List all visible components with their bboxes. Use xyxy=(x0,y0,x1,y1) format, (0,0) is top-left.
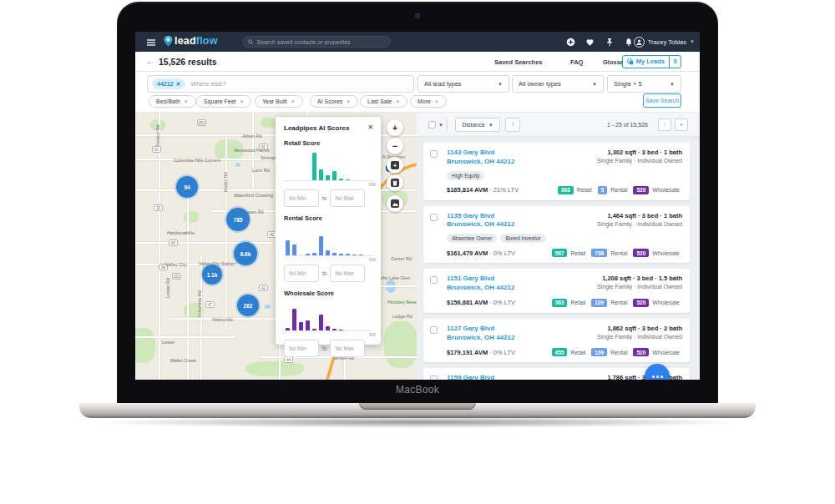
min-score-input[interactable] xyxy=(284,340,319,357)
logo-pin-icon xyxy=(164,36,173,47)
property-address-link[interactable]: 1159 Gary BlvdBrunswick, OH 44212 xyxy=(447,374,514,380)
histogram-bar xyxy=(306,254,310,255)
score-histogram: 999 xyxy=(284,226,372,256)
max-score-input[interactable] xyxy=(330,265,365,282)
map-zoom-out-button[interactable]: − xyxy=(387,138,403,154)
rental-score-badge: 109 xyxy=(591,348,607,356)
saved-searches-link[interactable]: Saved Searches xyxy=(494,58,543,66)
max-score-input[interactable] xyxy=(330,189,365,207)
global-search[interactable] xyxy=(242,36,391,48)
score-badges: 363Retail109Rental520Wholesale xyxy=(552,299,682,307)
my-leads-button[interactable]: My Leads 0 xyxy=(622,55,681,68)
where-else-input[interactable] xyxy=(190,80,409,88)
faq-link[interactable]: FAQ xyxy=(570,58,583,66)
map-cluster-marker[interactable]: 1.1k xyxy=(202,265,222,285)
property-card[interactable]: 1151 Gary BlvdBrunswick, OH 44212 1,208 … xyxy=(423,269,690,313)
sort-direction-button[interactable]: ↑ xyxy=(505,118,520,132)
map-place-label: Lester xyxy=(162,340,175,345)
map-place-label: Waterford Crossing xyxy=(234,193,273,198)
property-meta: Single Family · Individual Owned xyxy=(597,158,682,164)
score-range: to xyxy=(284,340,372,357)
route-shield: 33 xyxy=(154,204,163,211)
property-types-dropdown[interactable]: Single + 5▼ xyxy=(607,75,681,93)
leadflow-logo[interactable]: leadflow xyxy=(164,35,218,47)
back-arrow-icon[interactable]: ← xyxy=(146,57,154,66)
add-icon[interactable] xyxy=(566,38,575,47)
filter-pill-more[interactable]: More▼ xyxy=(410,95,447,108)
histogram-bar xyxy=(286,328,290,331)
filter-pill-ai-scores[interactable]: AI Scores▼ xyxy=(310,95,358,108)
trash-icon xyxy=(391,179,399,187)
map-place-label: Mallet Creek xyxy=(170,358,196,363)
route-shield: 44 xyxy=(284,356,293,363)
map-clear-drawing-button[interactable] xyxy=(387,174,403,191)
user-menu[interactable]: Tracey Tobias ▼ xyxy=(634,32,695,52)
property-address-link[interactable]: 1143 Gary BlvdBrunswick, OH 44212 xyxy=(447,149,514,167)
axis-max-label: 999 xyxy=(369,182,376,187)
property-checkbox[interactable] xyxy=(430,276,438,284)
property-checkbox[interactable] xyxy=(430,326,438,334)
select-all-control[interactable]: ▼ xyxy=(428,121,443,129)
property-address-link[interactable]: 1127 Gary BlvdBrunswick, OH 44212 xyxy=(447,325,514,343)
filter-pill-square-feet[interactable]: Square Feet▼ xyxy=(196,95,251,108)
min-score-input[interactable] xyxy=(284,265,319,282)
histogram-bar xyxy=(326,250,330,255)
property-address-link[interactable]: 1135 Gary BlvdBrunswick, OH 44212 xyxy=(447,212,514,230)
property-checkbox[interactable] xyxy=(430,214,438,221)
map-place-label: Center Rd xyxy=(391,256,412,261)
min-score-input[interactable] xyxy=(284,189,319,207)
page: MacBook leadflow xyxy=(0,0,835,504)
chip-remove-icon[interactable]: ✕ xyxy=(175,81,180,88)
search-input[interactable] xyxy=(257,39,385,45)
popup-sections: Retail Score 999 to Rental Score 999 to … xyxy=(284,139,372,357)
sort-by-dropdown[interactable]: Distance▼ xyxy=(455,118,500,132)
max-score-input[interactable] xyxy=(330,340,365,357)
select-all-checkbox[interactable] xyxy=(428,121,436,129)
close-icon[interactable]: ✕ xyxy=(367,123,373,131)
previous-page-button[interactable]: ‹ xyxy=(658,118,671,131)
lead-types-dropdown[interactable]: All lead types▼ xyxy=(418,75,509,93)
property-ltv: · 0% LTV xyxy=(488,249,515,257)
score-section: Rental Score 999 to xyxy=(284,214,372,282)
histogram-bar xyxy=(312,329,316,330)
chevron-down-icon: ▼ xyxy=(488,123,493,128)
pin-icon[interactable] xyxy=(605,38,614,47)
score-histogram: 999 xyxy=(284,151,372,181)
property-card[interactable]: 1135 Gary BlvdBrunswick, OH 44212 1,464 … xyxy=(423,206,690,264)
map-cluster-marker[interactable]: 6.6k xyxy=(234,242,257,265)
histogram-bar xyxy=(339,254,343,255)
map-place-label: Lunn Rd xyxy=(252,168,270,173)
location-chip[interactable]: 44212✕ xyxy=(152,78,185,89)
owner-types-dropdown[interactable]: All owner types▼ xyxy=(512,75,604,93)
location-search-field[interactable]: 44212✕ xyxy=(147,75,414,93)
filter-pill-bed-bath[interactable]: Bed/Bath▼ xyxy=(149,95,196,108)
map-zoom-in-button[interactable]: + xyxy=(387,119,403,136)
results-count: 15,526 results xyxy=(159,57,216,67)
property-checkbox[interactable] xyxy=(430,375,438,380)
score-histogram: 999 xyxy=(284,301,372,331)
property-card[interactable]: 1127 Gary BlvdBrunswick, OH 44212 1,862 … xyxy=(423,319,690,363)
map-cluster-marker[interactable]: 262 xyxy=(237,295,259,316)
map-cluster-marker[interactable]: 785 xyxy=(226,208,250,231)
rental-score-badge: 5 xyxy=(598,186,608,194)
property-card[interactable]: 1143 Gary BlvdBrunswick, OH 44212 1,302 … xyxy=(423,143,690,200)
property-address-link[interactable]: 1151 Gary BlvdBrunswick, OH 44212 xyxy=(447,275,514,293)
score-badges: 363Retail5Rental520Wholesale xyxy=(558,186,682,194)
route-shield: 61 xyxy=(152,146,161,153)
map-cluster-marker[interactable]: 94 xyxy=(176,176,198,198)
next-page-button[interactable]: › xyxy=(675,118,688,131)
retail-score-label: Retail xyxy=(570,250,585,256)
map-draw-tool-button[interactable]: + xyxy=(387,157,403,174)
filter-pill-last-sale[interactable]: Last Sale▼ xyxy=(360,95,407,108)
hamburger-menu-icon[interactable] xyxy=(147,39,155,47)
score-range: to xyxy=(284,265,372,282)
filter-pill-year-built[interactable]: Year Built▼ xyxy=(255,95,303,108)
notifications-bell-icon[interactable] xyxy=(624,38,633,47)
save-search-button[interactable]: Save Search xyxy=(643,93,681,108)
route-shield: 252 xyxy=(172,273,181,280)
property-checkbox[interactable] xyxy=(430,150,438,158)
favorites-heart-icon[interactable] xyxy=(585,38,595,47)
map-layers-button[interactable] xyxy=(387,195,403,212)
score-badges: 455Retail109Rental520Wholesale xyxy=(552,348,682,356)
filters-bar: 44212✕ All lead types▼ All owner types▼ … xyxy=(135,72,700,113)
